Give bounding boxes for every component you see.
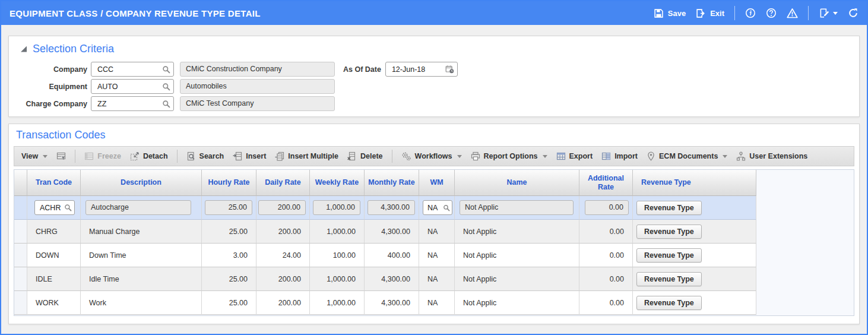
daily-rate-field: 200.00 [258,200,306,215]
equipment-name-field: Automobiles [180,79,335,94]
revenue-type-cell: Revenue Type [633,244,756,267]
tran-code-cell: WORK [27,291,81,315]
company-row: Company CMiC Construction Company As Of … [9,61,859,78]
search-icon[interactable] [162,100,170,108]
tran-code-cell: CHRG [27,220,81,244]
daily-rate-cell: 200.00 [256,291,310,315]
name-cell: Not Applic [455,267,579,291]
titlebar-actions: Save Exit [654,6,859,20]
grid-header-row: Tran Code Description Hourly Rate Daily … [14,170,756,196]
grid-toolbar: View Freeze Detach [14,146,854,166]
hourly-rate-cell: 25.00 [202,196,256,220]
calendar-icon[interactable] [445,65,454,74]
daily-rate-cell: 200.00 [256,220,310,244]
page-title: EQUIPMENT CLASS / COMPANY REVENUE TYPE D… [9,8,261,18]
detach-button[interactable]: Detach [130,151,168,161]
info-icon[interactable] [745,8,756,18]
column-header-daily-rate[interactable]: Daily Rate [256,170,310,196]
revenue-type-button[interactable]: Revenue Type [636,272,702,286]
weekly-rate-cell: 1,000.00 [310,196,365,220]
save-button[interactable]: Save [654,8,686,18]
row-selector[interactable] [14,267,27,291]
hourly-rate-cell: 25.00 [202,267,256,291]
monthly-rate-cell: 4,300.00 [365,220,419,244]
row-selector[interactable] [14,291,27,315]
toolbar-separator [75,150,75,163]
row-selector[interactable] [14,220,27,244]
row-selector[interactable] [14,196,27,220]
search-icon[interactable] [443,204,450,211]
report-options-button[interactable]: Report Options [471,151,547,161]
refresh-icon[interactable] [848,8,859,18]
description-cell: Idle Time [81,267,202,291]
column-header-monthly-rate[interactable]: Monthly Rate [365,170,419,196]
detach-icon [130,151,140,161]
revenue-type-button[interactable]: Revenue Type [636,225,702,239]
collapse-triangle-icon[interactable] [21,46,27,52]
selection-criteria-panel: Selection Criteria Company CMiC Construc… [8,36,860,117]
description-cell: Work [81,291,202,315]
wm-input[interactable] [426,203,443,213]
equipment-code-input[interactable] [96,82,162,91]
help-icon[interactable] [766,8,777,18]
company-code-field [91,62,174,77]
description-cell: Autocharge [81,196,202,220]
search-document-icon [186,151,196,161]
tran-code-cell: IDLE [27,267,81,291]
hourly-rate-cell: 25.00 [202,291,256,315]
search-icon[interactable] [162,65,170,74]
monthly-rate-cell: 4,300.00 [365,291,419,315]
exit-button[interactable]: Exit [696,8,724,18]
search-icon[interactable] [162,83,170,91]
ecm-documents-button[interactable]: ECM Documents [647,151,727,161]
column-header-description[interactable]: Description [81,170,202,196]
column-header-hourly-rate[interactable]: Hourly Rate [202,170,256,196]
user-extensions-button[interactable]: User Extensions [736,151,807,161]
column-header-name[interactable]: Name [455,170,579,196]
import-button[interactable]: Import [601,151,638,161]
revenue-type-cell: Revenue Type [633,291,756,315]
equipment-code-field [91,79,174,94]
chevron-down-icon [457,155,462,158]
delete-button[interactable]: Delete [347,151,383,161]
as-of-date-input[interactable] [391,65,445,74]
revenue-type-button[interactable]: Revenue Type [636,296,702,310]
insert-button[interactable]: Insert [233,151,266,161]
edit-mode-button[interactable] [819,8,838,18]
wm-cell: NA [419,291,455,315]
search-button[interactable]: Search [186,151,224,161]
as-of-date-label: As Of Date [343,65,381,74]
daily-rate-cell: 24.00 [256,244,310,267]
view-menu-button[interactable]: View [21,152,47,160]
charge-company-code-input[interactable] [96,99,162,109]
insert-multiple-button[interactable]: Insert Multiple [275,151,338,161]
additional-rate-cell: 0.00 [579,220,633,244]
revenue-type-button[interactable]: Revenue Type [636,201,702,215]
tran-code-cell: DOWN [27,244,81,267]
column-header-additional-rate[interactable]: Additional Rate [579,170,633,196]
workflows-button[interactable]: Workflows [401,151,462,161]
row-selector[interactable] [14,244,27,267]
column-header-weekly-rate[interactable]: Weekly Rate [310,170,365,196]
query-by-example-button[interactable] [56,151,66,161]
weekly-rate-field: 1,000.00 [313,200,360,215]
column-header-tran-code[interactable]: Tran Code [27,170,81,196]
column-header-revenue-type[interactable]: Revenue Type [633,170,756,196]
column-header-wm[interactable]: WM [419,170,455,196]
company-code-input[interactable] [96,65,162,74]
revenue-type-button[interactable]: Revenue Type [636,248,702,263]
export-button[interactable]: Export [556,151,593,161]
weekly-rate-cell: 100.00 [310,244,365,267]
freeze-button[interactable]: Freeze [84,151,121,161]
charge-company-label: Charge Company [16,100,87,108]
titlebar-separator [808,6,809,20]
chevron-down-icon [543,155,547,158]
table-row: CHRG Manual Charge 25.00 200.00 1,000.00… [14,220,756,244]
warning-icon[interactable] [787,8,798,18]
search-icon[interactable] [64,204,72,211]
import-spreadsheet-icon [601,151,611,161]
name-cell: Not Applic [455,291,579,315]
tran-code-input[interactable] [39,203,64,213]
table-row: IDLE Idle Time 25.00 200.00 1,000.00 4,3… [14,267,756,291]
wm-cell: NA [419,220,455,244]
